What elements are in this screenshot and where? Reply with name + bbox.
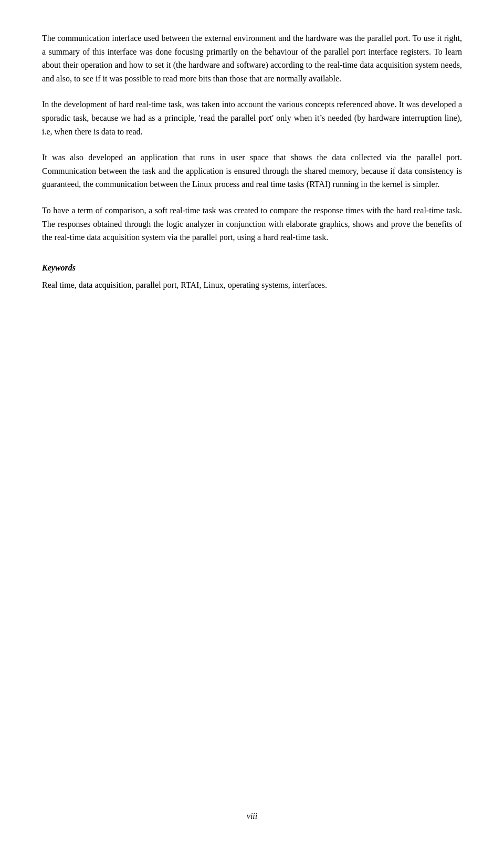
paragraph-1: The communication interface used between…: [42, 32, 462, 85]
keywords-label: Keywords: [42, 263, 76, 272]
paragraph-3: It was also developed an application tha…: [42, 151, 462, 191]
paragraph-2: In the development of hard real-time tas…: [42, 98, 462, 138]
paragraph-4: To have a term of comparison, a soft rea…: [42, 204, 462, 244]
page-number: viii: [247, 812, 257, 821]
page: The communication interface used between…: [0, 0, 504, 842]
keywords-text: Real time, data acquisition, parallel po…: [42, 278, 462, 292]
keywords-section: Keywords Real time, data acquisition, pa…: [42, 261, 462, 292]
